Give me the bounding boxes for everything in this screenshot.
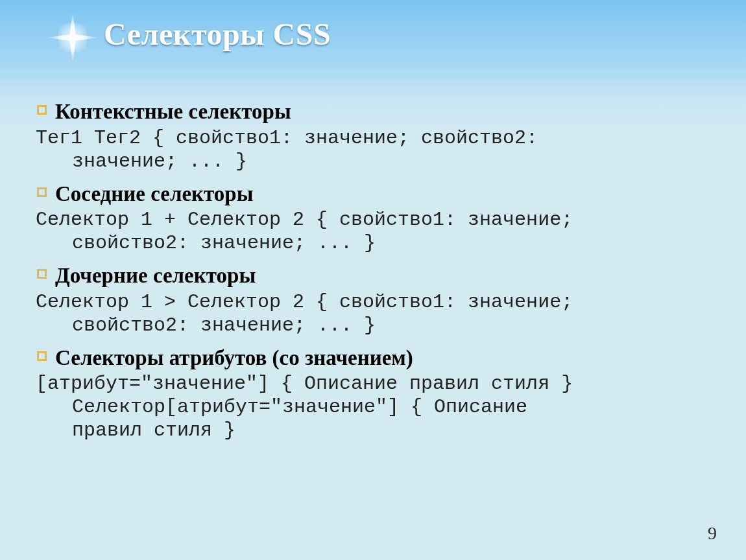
- code-line: Селектор 1 > Селектор 2 { свойство1: зна…: [36, 291, 573, 313]
- bullet-icon: [37, 187, 47, 197]
- code-line: свойство2: значение; ... }: [36, 231, 710, 255]
- code-line: свойство2: значение; ... }: [36, 314, 710, 337]
- section-heading: Соседние селекторы: [55, 180, 710, 209]
- bullet-icon: [37, 351, 47, 361]
- code-block: Селектор 1 > Селектор 2 { свойство1: зна…: [36, 290, 710, 337]
- code-line: Селектор[атрибут="значение"] { Описание: [36, 395, 710, 419]
- code-line: правил стиля }: [36, 419, 710, 442]
- code-line: значение; ... }: [36, 150, 710, 173]
- code-line: [атрибут="значение"] { Описание правил с…: [36, 373, 573, 395]
- bullet-icon: [37, 105, 47, 115]
- section-heading: Дочерние селекторы: [55, 261, 710, 290]
- section-heading: Контекстные селекторы: [55, 97, 710, 126]
- heading-text: Контекстные селекторы: [55, 100, 291, 123]
- heading-text: Соседние селекторы: [55, 182, 253, 205]
- code-line: Селектор 1 + Селектор 2 { свойство1: зна…: [36, 209, 573, 231]
- section-2: Соседние селекторы Селектор 1 + Селектор…: [36, 180, 710, 255]
- heading-text: Дочерние селекторы: [55, 264, 256, 287]
- slide: Селекторы CSS Контекстные селекторы Тег1…: [0, 0, 746, 560]
- page-number: 9: [708, 523, 717, 544]
- section-heading: Селекторы атрибутов (со значением): [55, 344, 710, 373]
- slide-header: Селекторы CSS: [0, 0, 746, 75]
- section-1: Контекстные селекторы Тег1 Тег2 { свойст…: [36, 97, 710, 173]
- bullet-icon: [37, 269, 47, 279]
- section-3: Дочерние селекторы Селектор 1 > Селектор…: [36, 261, 710, 337]
- slide-body: Контекстные селекторы Тег1 Тег2 { свойст…: [0, 75, 746, 442]
- section-4: Селекторы атрибутов (со значением) [атри…: [36, 344, 710, 443]
- heading-text: Селекторы атрибутов (со значением): [55, 346, 413, 369]
- code-block: Тег1 Тег2 { свойство1: значение; свойств…: [36, 126, 710, 173]
- svg-marker-1: [47, 12, 98, 63]
- svg-marker-0: [47, 12, 99, 64]
- code-block: [атрибут="значение"] { Описание правил с…: [36, 372, 710, 442]
- code-block: Селектор 1 + Селектор 2 { свойство1: зна…: [36, 208, 710, 255]
- code-line: Тег1 Тег2 { свойство1: значение; свойств…: [36, 127, 538, 149]
- star-icon: [47, 12, 99, 64]
- svg-point-2: [69, 34, 77, 42]
- slide-title: Селекторы CSS: [104, 16, 746, 52]
